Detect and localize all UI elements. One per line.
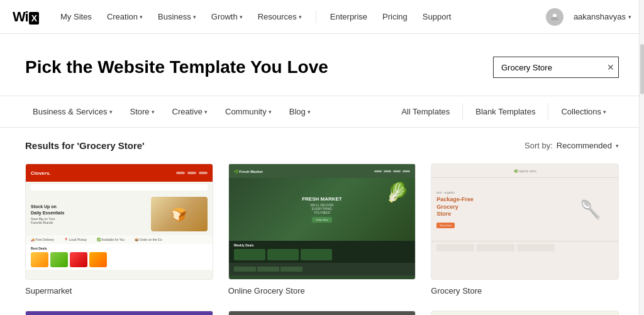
- thumb-header: Clovers.: [26, 164, 213, 182]
- search-input[interactable]: [501, 63, 607, 72]
- template-thumbnail: 🌿 organic store eco · organic Package-Fr…: [431, 163, 619, 280]
- chevron-down-icon: ▾: [140, 14, 143, 20]
- hero-section: Pick the Website Template You Love ✕: [0, 34, 644, 96]
- chevron-down-icon: ▾: [269, 109, 272, 115]
- template-card[interactable]: 🥬 San: [228, 311, 416, 315]
- chevron-down-icon: ▾: [308, 109, 311, 115]
- template-thumbnail: 🌿 FREST Deal Supermarket Blogs Fruits St…: [25, 311, 213, 315]
- nav-right: aakanshavyas ▾: [546, 8, 631, 26]
- nav-divider: [316, 11, 316, 23]
- nav-enterprise[interactable]: Enterprise: [324, 8, 374, 25]
- template-thumbnail: Clovers. Stock Up onDaily Essentials Sav…: [25, 163, 213, 280]
- thumb-bottom: Best Deals: [26, 244, 213, 270]
- template-name: Online Grocery Store: [228, 286, 416, 296]
- template-tabs: All Templates Blank Templates Collection…: [389, 103, 619, 120]
- chevron-down-icon: ▾: [193, 14, 196, 20]
- chevron-down-icon: ▾: [152, 109, 155, 115]
- template-card[interactable]: 🌿 Fresh Market 🥬 FRESH MARKET WE'LL DELI…: [228, 163, 416, 296]
- template-name: Supermarket: [25, 286, 213, 296]
- template-thumbnail: 🥬 San: [228, 311, 416, 315]
- chevron-down-icon: ▾: [299, 14, 302, 20]
- template-card[interactable]: 🌿 FREST Deal Supermarket Blogs Fruits St…: [25, 311, 213, 315]
- template-card[interactable]: ✦ pure.fave Freshly pressed,straight to …: [431, 311, 619, 315]
- nav-creation[interactable]: Creation ▾: [101, 8, 149, 25]
- thumb-header: 🌿 FREST Deal Supermarket Blogs Fruits St…: [26, 311, 213, 315]
- nav-my-sites[interactable]: My Sites: [54, 8, 98, 25]
- nav-items: My Sites Creation ▾ Business ▾ Growth ▾ …: [54, 8, 546, 25]
- thumb-hero: 🥬 FRESH MARKET WE'LL DELIVEREVERYTHINGYO…: [229, 178, 416, 241]
- filter-blog[interactable]: Blog ▾: [282, 103, 318, 120]
- wix-logo[interactable]: WiX: [13, 9, 39, 25]
- top-navigation: WiX My Sites Creation ▾ Business ▾ Growt…: [0, 0, 644, 34]
- scrollbar-thumb[interactable]: [640, 44, 644, 94]
- chevron-down-icon: ▾: [240, 14, 243, 20]
- chevron-down-icon: ▾: [628, 14, 631, 20]
- filter-creative[interactable]: Creative ▾: [165, 103, 215, 120]
- results-area: Results for 'Grocery Store' Sort by: Rec…: [0, 128, 644, 315]
- nav-business[interactable]: Business ▾: [152, 8, 203, 25]
- template-thumbnail: ✦ pure.fave Freshly pressed,straight to …: [431, 311, 619, 315]
- page-title: Pick the Website Template You Love: [25, 57, 328, 77]
- thumb-nav: [176, 172, 208, 174]
- tab-collections[interactable]: Collections ▾: [548, 103, 619, 120]
- template-name: Grocery Store: [431, 286, 619, 296]
- search-clear-icon[interactable]: ✕: [607, 62, 614, 72]
- avatar: [546, 8, 564, 26]
- thumb-header: 🌿 Fresh Market: [229, 164, 416, 178]
- template-thumbnail: 🌿 Fresh Market 🥬 FRESH MARKET WE'LL DELI…: [228, 163, 416, 280]
- chevron-down-icon: ▾: [616, 143, 619, 149]
- thumb-logo: Clovers.: [31, 170, 51, 176]
- user-menu[interactable]: aakanshavyas ▾: [574, 12, 631, 21]
- template-card[interactable]: Clovers. Stock Up onDaily Essentials Sav…: [25, 163, 213, 296]
- filter-navigation: Business & Services ▾ Store ▾ Creative ▾…: [0, 96, 644, 128]
- chevron-down-icon: ▾: [603, 109, 606, 115]
- filter-community[interactable]: Community ▾: [218, 103, 279, 120]
- sort-by-control[interactable]: Sort by: Recommended ▾: [525, 141, 619, 150]
- nav-support[interactable]: Support: [416, 8, 458, 25]
- thumb-image: 🥄: [569, 184, 613, 235]
- tab-blank-templates[interactable]: Blank Templates: [462, 103, 548, 120]
- thumb-image: 🍞: [151, 197, 208, 231]
- sort-label: Sort by:: [525, 141, 553, 150]
- template-card[interactable]: 🌿 organic store eco · organic Package-Fr…: [431, 163, 619, 296]
- chevron-down-icon: ▾: [204, 109, 208, 115]
- scrollbar[interactable]: [639, 0, 644, 315]
- nav-resources[interactable]: Resources ▾: [252, 8, 308, 25]
- search-box: ✕: [493, 57, 619, 78]
- results-header: Results for 'Grocery Store' Sort by: Rec…: [25, 140, 619, 151]
- filter-business-services[interactable]: Business & Services ▾: [25, 103, 120, 120]
- thumb-header: 🌿 organic store: [431, 164, 618, 178]
- chevron-down-icon: ▾: [109, 109, 113, 115]
- tab-all-templates[interactable]: All Templates: [389, 103, 462, 120]
- thumb-header: ✦ pure.fave: [431, 311, 618, 315]
- sort-value: Recommended: [557, 141, 612, 150]
- thumb-hero: Stock Up onDaily Essentials Save Big on …: [26, 193, 213, 235]
- nav-growth[interactable]: Growth ▾: [205, 8, 249, 25]
- thumb-hero: eco · organic Package-FreeGroceryStore S…: [431, 178, 618, 241]
- template-grid: Clovers. Stock Up onDaily Essentials Sav…: [25, 163, 619, 315]
- results-title: Results for 'Grocery Store': [25, 140, 145, 151]
- thumb-search: [31, 184, 208, 191]
- nav-pricing[interactable]: Pricing: [376, 8, 414, 25]
- filter-store[interactable]: Store ▾: [123, 103, 162, 120]
